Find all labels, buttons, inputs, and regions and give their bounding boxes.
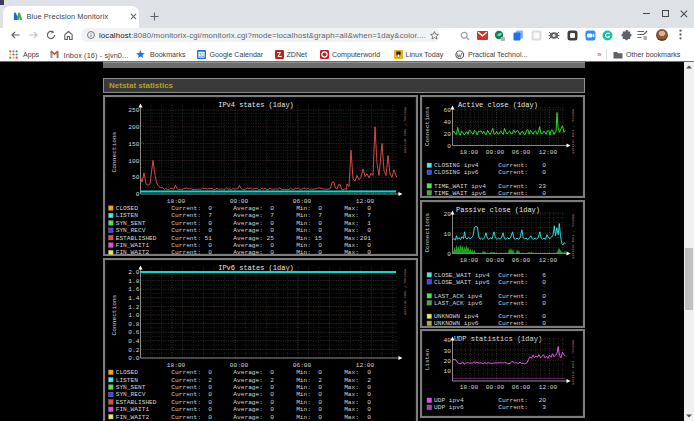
svg-text:0: 0	[542, 169, 546, 176]
svg-text:18:00: 18:00	[167, 362, 186, 369]
svg-text:ESTABLISHED: ESTABLISHED	[116, 235, 157, 242]
svg-text:0: 0	[367, 227, 371, 234]
svg-text:LISTEN: LISTEN	[116, 377, 139, 384]
svg-text:1: 1	[367, 220, 371, 227]
svg-text:Current:: Current:	[171, 391, 201, 398]
svg-text:CLOSING ipv4: CLOSING ipv4	[434, 162, 479, 169]
svg-text:Min:: Min:	[296, 377, 311, 384]
svg-text:Min:: Min:	[296, 384, 311, 391]
svg-text:Current:: Current:	[498, 397, 528, 404]
svg-text:201: 201	[360, 235, 371, 242]
svg-text:00:00: 00:00	[230, 198, 249, 205]
svg-text:0: 0	[318, 369, 322, 376]
svg-text:40: 40	[444, 337, 452, 344]
svg-text:Average:: Average:	[233, 399, 263, 406]
svg-text:0: 0	[270, 205, 274, 212]
svg-text:Max:: Max:	[344, 369, 359, 376]
svg-text:0: 0	[208, 414, 212, 421]
svg-text:Average:: Average:	[233, 369, 263, 376]
svg-text:0: 0	[208, 220, 212, 227]
svg-text:Min:: Min:	[296, 242, 311, 249]
svg-text:0.0: 0.0	[128, 355, 139, 362]
svg-text:LISTEN: LISTEN	[116, 212, 139, 219]
svg-text:06:00: 06:00	[512, 256, 531, 263]
svg-text:Average:: Average:	[233, 227, 263, 234]
svg-text:23: 23	[539, 183, 547, 190]
svg-text:1.0: 1.0	[128, 312, 139, 319]
svg-text:0: 0	[367, 391, 371, 398]
svg-text:Current:: Current:	[171, 399, 201, 406]
svg-text:00:00: 00:00	[486, 384, 505, 391]
svg-text:TIME_WAIT ipv4: TIME_WAIT ipv4	[434, 183, 486, 190]
svg-text:Max:: Max:	[344, 391, 359, 398]
svg-text:1.2: 1.2	[128, 304, 139, 311]
svg-text:10: 10	[444, 230, 452, 237]
svg-text:0: 0	[367, 242, 371, 249]
svg-text:0: 0	[318, 249, 322, 256]
svg-text:Average:: Average:	[233, 249, 263, 256]
svg-text:0: 0	[270, 391, 274, 398]
svg-text:Average:: Average:	[233, 391, 263, 398]
svg-text:Average:: Average:	[233, 384, 263, 391]
svg-text:7: 7	[367, 212, 371, 219]
svg-text:Current:: Current:	[171, 406, 201, 413]
svg-text:12:00: 12:00	[356, 198, 375, 205]
svg-text:Max:: Max:	[344, 227, 359, 234]
svg-text:0: 0	[318, 227, 322, 234]
svg-text:150: 150	[128, 141, 139, 148]
svg-text:Min:: Min:	[296, 391, 311, 398]
svg-text:RRDTOOL / TOBI OETIKER: RRDTOOL / TOBI OETIKER	[571, 340, 575, 385]
svg-text:3: 3	[542, 404, 546, 411]
svg-text:Current:: Current:	[498, 313, 528, 320]
svg-text:0: 0	[270, 369, 274, 376]
svg-text:Current:: Current:	[498, 190, 528, 197]
svg-text:Max:: Max:	[344, 212, 359, 219]
svg-text:0: 0	[367, 414, 371, 421]
svg-text:TIME_WAIT ipv6: TIME_WAIT ipv6	[434, 190, 486, 197]
svg-text:Listen: Listen	[424, 348, 431, 370]
svg-text:0: 0	[318, 384, 322, 391]
svg-text:0: 0	[270, 220, 274, 227]
svg-text:00:00: 00:00	[486, 256, 505, 263]
svg-text:FIN_WAIT2: FIN_WAIT2	[116, 249, 150, 256]
svg-text:200: 200	[128, 124, 139, 131]
svg-text:06:00: 06:00	[293, 198, 312, 205]
svg-text:RRDTOOL / TOBI OETIKER: RRDTOOL / TOBI OETIKER	[403, 107, 407, 154]
svg-text:Connections: Connections	[111, 131, 118, 172]
svg-text:0: 0	[318, 242, 322, 249]
svg-text:Current:: Current:	[498, 320, 528, 327]
svg-text:SYN_SENT: SYN_SENT	[116, 384, 146, 391]
svg-text:2.0: 2.0	[128, 269, 139, 276]
svg-text:0: 0	[542, 190, 546, 197]
svg-text:Average:: Average:	[233, 205, 263, 212]
svg-text:Min:: Min:	[296, 406, 311, 413]
svg-text:2: 2	[318, 377, 322, 384]
svg-text:FIN_WAIT2: FIN_WAIT2	[116, 414, 150, 421]
svg-text:0.8: 0.8	[128, 321, 139, 328]
svg-text:06:00: 06:00	[512, 149, 531, 156]
svg-text:FIN_WAIT1: FIN_WAIT1	[116, 242, 150, 249]
svg-text:Current:: Current:	[171, 384, 201, 391]
svg-text:0: 0	[367, 369, 371, 376]
svg-text:Min:: Min:	[296, 205, 311, 212]
svg-text:7: 7	[208, 212, 212, 219]
svg-text:0: 0	[208, 369, 212, 376]
svg-text:20: 20	[539, 397, 547, 404]
svg-text:0: 0	[447, 250, 451, 257]
svg-text:LAST_ACK ipv6: LAST_ACK ipv6	[434, 299, 483, 306]
svg-text:Average:: Average:	[233, 242, 263, 249]
svg-text:Max:: Max:	[344, 220, 359, 227]
svg-text:0: 0	[208, 384, 212, 391]
svg-text:Current:: Current:	[498, 299, 528, 306]
svg-text:1.6: 1.6	[128, 286, 139, 293]
svg-text:1.8: 1.8	[128, 278, 139, 285]
svg-text:2: 2	[208, 377, 212, 384]
svg-text:0: 0	[270, 249, 274, 256]
svg-text:CLOSE_WAIT ipv6: CLOSE_WAIT ipv6	[434, 278, 490, 285]
svg-text:0: 0	[208, 391, 212, 398]
svg-text:Current:: Current:	[498, 404, 528, 411]
svg-text:18:00: 18:00	[460, 149, 479, 156]
svg-text:CLOSED: CLOSED	[116, 369, 139, 376]
svg-text:Min:: Min:	[296, 235, 311, 242]
svg-text:0: 0	[542, 299, 546, 306]
